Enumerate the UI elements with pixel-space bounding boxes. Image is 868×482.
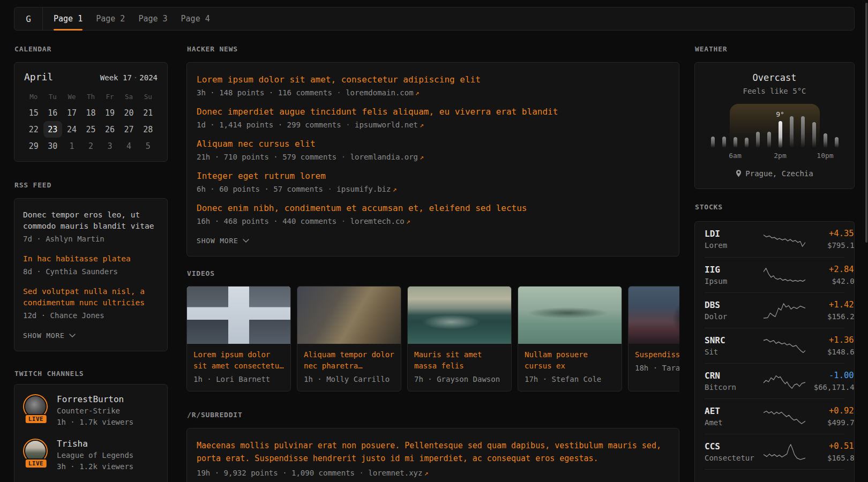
hn-item-meta: 3h · 148 points · 116 comments · loremdo… xyxy=(197,87,669,99)
calendar-widget: April Week 17·2024 MoTuWeThFrSaSu 151617… xyxy=(14,62,168,162)
reddit-post-title[interactable]: Maecenas mollis pulvinar erat non posuer… xyxy=(197,439,669,465)
nav-tabs: Page 1 Page 2 Page 3 Page 4 xyxy=(54,7,210,30)
hn-item-domain-link[interactable]: loremdomain.com↗ xyxy=(346,88,419,97)
hn-item-title[interactable]: Donec enim nibh, condimentum et accumsan… xyxy=(197,202,669,214)
stock-sparkline xyxy=(764,231,805,248)
stock-id: IIG Ipsum xyxy=(705,265,764,286)
video-title[interactable]: Suspendisse diam xyxy=(635,349,679,360)
external-link-icon: ↗ xyxy=(424,469,428,477)
weather-location-row: Prague, Czechia xyxy=(704,169,845,178)
stock-row[interactable]: SNRC Sit +1.36% $148.64 xyxy=(705,328,844,363)
section-rss: RSS FEED Donec tempor eros leo, ut commo… xyxy=(14,181,168,351)
twitch-channel-row[interactable]: LIVE ForrestBurton Counter-Strike 1h · 1… xyxy=(23,394,159,427)
stock-row[interactable]: CRN Bitcorn -1.00% $66,171.48 xyxy=(705,363,844,398)
hn-item-meta: 21h · 710 points · 579 comments · loreml… xyxy=(197,152,669,163)
weather-bar xyxy=(779,121,782,148)
hn-item-title[interactable]: Integer eget rutrum lorem xyxy=(197,170,669,182)
separator-dot: · xyxy=(132,73,139,82)
rss-widget: Donec tempor eros leo, ut commodo mauris… xyxy=(14,198,168,351)
stock-row[interactable]: IIG Ipsum +2.84% $42.04 xyxy=(705,257,844,292)
stock-ticker: DBS xyxy=(705,300,764,310)
hn-item: Aliquam nec cursus elit 21h · 710 points… xyxy=(197,138,669,163)
scrollbar-thumb[interactable] xyxy=(865,3,867,243)
calendar-weekday: Sa xyxy=(119,93,139,101)
nav-tab-page-2[interactable]: Page 2 xyxy=(96,7,125,30)
hn-item-title[interactable]: Lorem ipsum dolor sit amet, consectetur … xyxy=(197,74,669,86)
hn-item-domain-link[interactable]: loremlandia.org↗ xyxy=(350,153,424,161)
hn-item-domain-link[interactable]: loremtech.co↗ xyxy=(350,217,410,225)
section-weather: WEATHER Overcast Feels like 5°C 9° 6am2p… xyxy=(694,45,855,189)
stock-name: Amet xyxy=(705,418,764,427)
video-title[interactable]: Nullam posuere cursus ex xyxy=(525,349,615,372)
stock-sparkline xyxy=(764,267,805,284)
hn-item: Lorem ipsum dolor sit amet, consectetur … xyxy=(197,74,669,99)
twitch-header: TWITCH CHANNELS xyxy=(14,370,168,378)
hn-item-domain-link[interactable]: ipsumworld.net↗ xyxy=(355,120,424,129)
rss-header: RSS FEED xyxy=(14,181,168,189)
section-stocks: STOCKS LDI Lorem +4.35% $795.18 xyxy=(694,203,855,482)
calendar-day: 21 xyxy=(138,104,158,121)
hn-item-stats: 3h · 148 points · 116 comments xyxy=(197,88,332,97)
stock-change: -1.00% xyxy=(805,371,855,381)
hackernews-widget: Lorem ipsum dolor sit amet, consectetur … xyxy=(186,62,679,257)
rss-item-meta: 12d · Chance Jones xyxy=(23,310,159,321)
calendar-year: 2024 xyxy=(139,73,158,82)
rss-item-title[interactable]: Donec tempor eros leo, ut commodo mauris… xyxy=(23,209,159,232)
twitch-channel-row[interactable]: LIVE Trisha League of Legends 3h · 1.2k … xyxy=(23,439,159,472)
hn-item-stats: 1d · 1,414 points · 299 comments xyxy=(197,120,341,129)
video-card[interactable]: Aliquam tempor dolor nec pharetra… 1h · … xyxy=(297,286,401,391)
reddit-post-stats: 19h · 9,932 points · 1,090 comments xyxy=(197,469,355,477)
video-card[interactable]: Nullam posuere cursus ex 17h · Stefan Co… xyxy=(518,286,622,391)
rss-item-title[interactable]: In hac habitasse platea xyxy=(23,253,159,265)
hn-show-more-button[interactable]: SHOW MORE xyxy=(197,237,249,245)
channel-name[interactable]: Trisha xyxy=(57,439,133,449)
stock-change: +0.51% xyxy=(805,441,855,451)
video-meta: 1h · Molly Carrillo xyxy=(304,375,394,383)
hn-item-domain-link[interactable]: ipsumify.biz↗ xyxy=(336,185,396,193)
stock-row[interactable]: DBS Dolor +1.42% $156.28 xyxy=(705,292,844,328)
stock-id: CCS Consectetur xyxy=(705,441,764,463)
stock-price: $148.64 xyxy=(805,347,855,357)
reddit-post-domain-link[interactable]: loremnet.xyz↗ xyxy=(368,469,428,477)
nav-tab-page-1[interactable]: Page 1 xyxy=(54,7,83,30)
stock-change: +1.36% xyxy=(805,335,855,345)
weather-bar-slot: 9° xyxy=(775,104,786,148)
weather-bar-slot xyxy=(820,104,831,148)
weather-current-temp: 9° xyxy=(776,110,784,118)
nav-tab-page-3[interactable]: Page 3 xyxy=(138,7,167,30)
weather-bar-slot xyxy=(797,104,809,148)
stock-price: $795.18 xyxy=(805,240,855,250)
stock-row[interactable]: AET Amet +0.92% $499.72 xyxy=(705,398,844,434)
weather-bar xyxy=(812,122,816,148)
nav-tab-page-4[interactable]: Page 4 xyxy=(181,7,210,30)
video-title[interactable]: Aliquam tempor dolor nec pharetra… xyxy=(304,349,394,372)
stock-change: +0.92% xyxy=(805,406,855,416)
weather-bar-slot xyxy=(719,104,730,148)
hn-item-title[interactable]: Aliquam nec cursus elit xyxy=(197,138,669,150)
channel-name[interactable]: ForrestBurton xyxy=(57,394,133,405)
video-title[interactable]: Lorem ipsum dolor sit amet consectetu… xyxy=(193,349,284,372)
hn-item-title[interactable]: Donec imperdiet augue tincidunt felis al… xyxy=(197,106,669,118)
video-card[interactable]: Lorem ipsum dolor sit amet consectetu… 1… xyxy=(186,286,291,391)
video-card[interactable]: Mauris sit amet massa felis 7h · Grayson… xyxy=(407,286,512,391)
weather-bar xyxy=(801,116,805,148)
hackernews-header: HACKER NEWS xyxy=(187,45,679,53)
rss-item-title[interactable]: Sed volutpat nulla nisl, a condimentum n… xyxy=(23,286,159,308)
rss-item-meta: 8d · Cynthia Saunders xyxy=(23,266,159,277)
chevron-down-icon xyxy=(243,239,249,243)
stock-row[interactable]: AHS +0.46% xyxy=(705,469,844,482)
avatar: LIVE xyxy=(23,439,49,464)
weather-bar-slot xyxy=(764,104,775,148)
rss-show-more-button[interactable]: SHOW MORE xyxy=(23,332,76,340)
calendar-month: April xyxy=(24,71,53,83)
stock-row[interactable]: LDI Lorem +4.35% $795.18 xyxy=(705,222,844,257)
video-card[interactable]: Suspendisse diam 18h · Tara xyxy=(628,286,679,391)
hn-item: Donec enim nibh, condimentum et accumsan… xyxy=(197,202,669,227)
video-title[interactable]: Mauris sit amet massa felis xyxy=(414,349,505,372)
stock-row[interactable]: CCS Consectetur +0.51% $165.84 xyxy=(705,434,844,469)
weather-bar xyxy=(756,132,760,148)
weather-chart-bars: 9° xyxy=(707,104,842,148)
rss-item-meta: 7d · Ashlyn Martin xyxy=(23,234,159,244)
location-pin-icon xyxy=(736,170,742,177)
app-logo[interactable]: G xyxy=(14,7,42,30)
